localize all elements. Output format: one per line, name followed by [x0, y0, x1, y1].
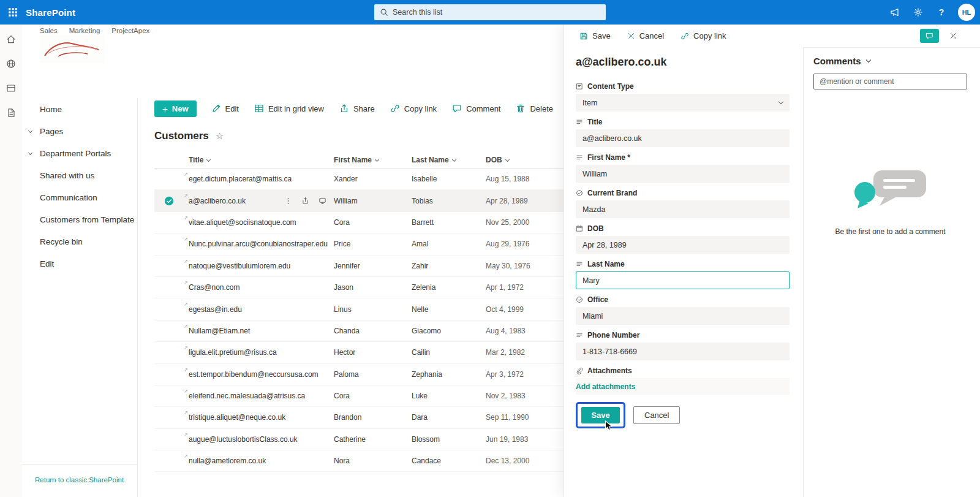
comments-toggle-button[interactable]: [920, 29, 939, 43]
field-first-name: First Name *William: [576, 153, 790, 183]
site-logo-image: [40, 35, 105, 63]
row-select[interactable]: [154, 450, 184, 471]
dob-input[interactable]: Apr 28, 1989: [576, 236, 790, 254]
app-launcher-button[interactable]: [0, 0, 26, 25]
edit-button[interactable]: Edit: [211, 104, 239, 113]
edit-in-grid-view-button[interactable]: Edit in grid view: [254, 104, 324, 113]
column-header-first-name[interactable]: First Name: [334, 156, 412, 164]
form-save-button[interactable]: Save: [581, 407, 620, 423]
sidebar-item-pages[interactable]: Pages: [22, 120, 137, 142]
search-input[interactable]: [393, 8, 600, 17]
row-select[interactable]: [154, 429, 184, 450]
row-title[interactable]: ↗Nullam@Etiam.net: [184, 321, 334, 341]
row-first-name: Cora: [334, 218, 412, 227]
sidebar-item-recycle-bin[interactable]: Recycle bin: [22, 230, 137, 252]
hub-tab-sales[interactable]: Sales: [40, 27, 58, 34]
row-last-name: Zephania: [412, 370, 486, 379]
share-icon[interactable]: [301, 197, 309, 205]
sidebar-item-customers-from-template[interactable]: Customers from Template: [22, 208, 137, 230]
row-title[interactable]: ↗eleifend.nec.malesuada@atrisus.ca: [184, 385, 334, 406]
row-title[interactable]: ↗est.tempor.bibendum@neccursusa.com: [184, 364, 334, 385]
favorite-star-icon[interactable]: ☆: [216, 131, 224, 142]
new-button[interactable]: + New: [154, 101, 197, 117]
row-dob: Sep 11, 1990: [486, 413, 556, 422]
form-cancel-button[interactable]: Cancel: [633, 406, 680, 424]
row-select[interactable]: [154, 233, 184, 254]
rail-news-button[interactable]: [0, 76, 22, 101]
sidebar-item-communication[interactable]: Communication: [22, 186, 137, 208]
row-title[interactable]: ↗a@aclibero.co.uk⋮: [184, 190, 334, 211]
row-first-name: Hector: [334, 348, 412, 357]
comments-empty-text: Be the first one to add a comment: [813, 227, 967, 236]
sidebar-item-department-portals[interactable]: Department Portals: [22, 142, 137, 164]
row-title[interactable]: ↗eget.dictum.placerat@mattis.ca: [184, 169, 334, 189]
row-select[interactable]: [154, 298, 184, 319]
row-title[interactable]: ↗vitae.aliquet@sociisnatoque.com: [184, 212, 334, 233]
more-options-icon[interactable]: ⋮: [284, 196, 292, 205]
hub-tab-projectapex[interactable]: ProjectApex: [111, 27, 149, 34]
sidebar-item-shared-with-us[interactable]: Shared with us: [22, 164, 137, 186]
row-select[interactable]: [154, 256, 184, 276]
close-panel-button[interactable]: [949, 32, 957, 40]
close-icon: [949, 32, 957, 40]
last-name-input[interactable]: Mary: [576, 271, 790, 289]
row-select[interactable]: [154, 385, 184, 406]
row-title[interactable]: ↗augue@luctuslobortisClass.co.uk: [184, 429, 334, 450]
row-select[interactable]: [154, 212, 184, 233]
search-box[interactable]: [374, 4, 606, 20]
current-brand-input[interactable]: Mazda: [576, 200, 790, 218]
row-select[interactable]: [154, 364, 184, 385]
delete-button[interactable]: Delete: [516, 104, 553, 113]
row-select[interactable]: [154, 321, 184, 341]
search-icon: [380, 8, 388, 17]
content-type-input[interactable]: Item: [576, 94, 790, 112]
rail-home-button[interactable]: [0, 27, 22, 51]
announcements-button[interactable]: [884, 2, 905, 23]
panel-copy-link-button[interactable]: Copy link: [680, 31, 726, 40]
chevron-down-icon: [28, 151, 32, 155]
row-select[interactable]: [154, 190, 184, 211]
add-attachments-link[interactable]: Add attachments: [576, 382, 635, 391]
hub-tab-marketing[interactable]: Marketing: [69, 27, 100, 34]
site-logo[interactable]: [40, 35, 105, 63]
copy-link-button[interactable]: Copy link: [390, 104, 437, 113]
row-select[interactable]: [154, 277, 184, 298]
panel-save-button[interactable]: Save: [579, 31, 611, 40]
row-select[interactable]: [154, 169, 184, 189]
share-button[interactable]: Share: [339, 104, 375, 113]
panel-cancel-button[interactable]: Cancel: [627, 31, 664, 40]
row-title[interactable]: ↗tristique.aliquet@neque.co.uk: [184, 407, 334, 428]
sidebar-item-edit[interactable]: Edit: [22, 252, 137, 275]
title-input[interactable]: a@aclibero.co.uk: [576, 129, 790, 147]
first-name-input[interactable]: William: [576, 165, 790, 183]
row-title[interactable]: ↗Nunc.pulvinar.arcu@conubianostraper.edu: [184, 233, 334, 254]
row-title[interactable]: ↗nulla@ametlorem.co.uk: [184, 450, 334, 471]
column-header-dob[interactable]: DOB: [486, 156, 556, 164]
sidebar-item-home[interactable]: Home: [22, 98, 137, 120]
comment-button[interactable]: Comment: [452, 104, 500, 113]
row-select[interactable]: [154, 342, 184, 363]
chevron-down-icon: [505, 157, 510, 161]
classic-sharepoint-link[interactable]: Return to classic SharePoint: [22, 464, 137, 497]
office-input[interactable]: Miami: [576, 307, 790, 325]
rail-sites-button[interactable]: [0, 51, 22, 76]
monitor-icon[interactable]: [318, 197, 326, 205]
row-title[interactable]: ↗egestas@in.edu: [184, 298, 334, 319]
row-select[interactable]: [154, 407, 184, 428]
rail-documents-button[interactable]: [0, 101, 22, 125]
account-avatar[interactable]: HL: [958, 4, 975, 21]
settings-button[interactable]: [908, 2, 929, 23]
text-icon: [576, 118, 583, 126]
row-first-name: Paloma: [334, 370, 412, 379]
phone-number-input[interactable]: 1-813-718-6669: [576, 343, 790, 360]
comments-header[interactable]: Comments: [813, 56, 967, 66]
column-header-title[interactable]: Title: [184, 156, 334, 164]
comment-input[interactable]: [813, 74, 967, 89]
row-title[interactable]: ↗Cras@non.com: [184, 277, 334, 298]
row-title[interactable]: ↗ligula.elit.pretium@risus.ca: [184, 342, 334, 363]
link-indicator-icon: ↗: [184, 172, 188, 177]
column-header-last-name[interactable]: Last Name: [412, 156, 486, 164]
help-button[interactable]: ?: [931, 2, 952, 23]
row-title[interactable]: ↗natoque@vestibulumlorem.edu: [184, 256, 334, 276]
attachments-field: Attachments Add attachments: [576, 366, 790, 395]
